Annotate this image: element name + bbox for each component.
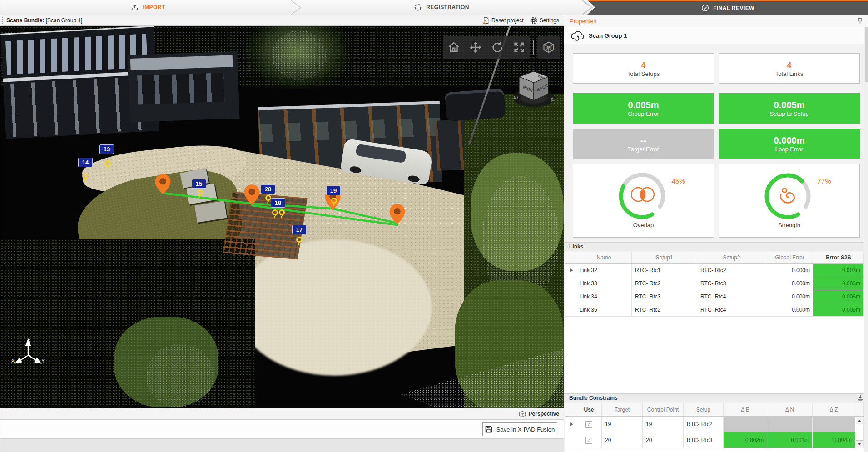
3d-view-icon[interactable]: 3D bbox=[542, 41, 555, 54]
target-flag[interactable]: 13 bbox=[99, 144, 114, 154]
pan-icon[interactable] bbox=[469, 41, 482, 54]
links-col-error-s2s[interactable]: Error S2S bbox=[813, 252, 864, 263]
target-ring-icon bbox=[296, 237, 302, 243]
target-flag[interactable]: 17 bbox=[292, 225, 307, 234]
bundle-col-dn[interactable]: Δ N bbox=[767, 403, 813, 416]
bundle-col-dz[interactable]: Δ Z bbox=[813, 403, 855, 416]
save-button[interactable]: Save in X-PAD Fusion bbox=[482, 422, 557, 436]
bundle-col-use[interactable]: Use bbox=[576, 403, 602, 416]
table-row[interactable]: Link 32 RTC- Rtc1 RTC- Rtc2 0.000m 0.003… bbox=[565, 264, 864, 277]
strength-icon bbox=[777, 184, 799, 206]
use-cell: ✓ bbox=[576, 432, 602, 448]
target-flag[interactable]: 18 bbox=[271, 198, 285, 208]
pin-panel-icon[interactable] bbox=[857, 18, 863, 25]
link-error-s2s: 0.003m bbox=[813, 264, 864, 277]
axis-x-label: X bbox=[11, 358, 15, 363]
navigation-cube[interactable]: E N TOP RIGHT BACK bbox=[511, 68, 558, 115]
group-error-value: 0.005m bbox=[628, 100, 659, 110]
view-3d-group: 3D bbox=[537, 36, 560, 59]
table-row[interactable]: ✓ 20 20 RTC- Rtc3 0.002m 0.001m 0.004m bbox=[565, 432, 864, 448]
tab-final-review-label: FINAL REVIEW bbox=[713, 5, 754, 11]
table-row[interactable]: ✓ 19 19 RTC- Rtc2 bbox=[565, 417, 864, 432]
target-flag[interactable]: 20 bbox=[261, 184, 275, 194]
bundle-col-target[interactable]: Target bbox=[602, 403, 643, 416]
view-tools-group bbox=[443, 36, 530, 59]
target-cell: 19 bbox=[602, 417, 643, 432]
bundle-col-de[interactable]: Δ E bbox=[724, 403, 767, 416]
tab-import-label: IMPORT bbox=[143, 4, 165, 10]
target-flag[interactable]: 19 bbox=[326, 186, 341, 195]
tab-registration[interactable]: REGISTRATION bbox=[296, 0, 587, 15]
point-cloud-viewport[interactable]: 13 14 15 20 18 19 17 bbox=[0, 26, 564, 408]
viewer-toolbar: 3D bbox=[443, 36, 560, 59]
setup-pin-icon[interactable] bbox=[244, 184, 260, 205]
settings-button[interactable]: Settings bbox=[530, 17, 559, 24]
rotate-icon[interactable] bbox=[491, 41, 504, 54]
app-window: IMPORT REGISTRATION FINAL REVIEW Scans B… bbox=[0, 0, 868, 452]
bundle-col-control-point[interactable]: Control Point bbox=[643, 403, 684, 416]
target-flag-label: 18 bbox=[275, 199, 281, 206]
save-floppy-icon bbox=[485, 426, 492, 433]
reset-project-button[interactable]: Reset project bbox=[482, 17, 524, 24]
tab-import[interactable]: IMPORT bbox=[0, 0, 296, 15]
step-separator-icon bbox=[290, 0, 302, 15]
link-error-s2s: 0.006m bbox=[813, 290, 864, 303]
links-col-global-error[interactable]: Global Error bbox=[766, 252, 813, 263]
total-links-label: Total Links bbox=[775, 70, 803, 77]
scroll-up-button[interactable] bbox=[856, 417, 863, 424]
link-lines bbox=[0, 26, 564, 408]
panel-grip[interactable] bbox=[2, 17, 4, 24]
tab-final-review[interactable]: FINAL REVIEW bbox=[587, 0, 868, 15]
zoom-fit-icon[interactable] bbox=[513, 41, 526, 54]
loop-error-label: Loop Error bbox=[775, 146, 803, 153]
link-setup1: RTC- Rtc1 bbox=[632, 264, 697, 277]
home-view-icon[interactable] bbox=[447, 41, 460, 54]
scroll-down-button[interactable] bbox=[856, 440, 863, 447]
target-flag-label: 13 bbox=[104, 146, 110, 153]
viewer-title: Scans Bundle: [Scan Group 1] bbox=[6, 17, 82, 24]
target-flag[interactable]: 15 bbox=[192, 179, 206, 189]
links-col-setup1[interactable]: Setup1 bbox=[632, 252, 697, 263]
perspective-cube-icon bbox=[519, 411, 526, 417]
control-point-cell: 20 bbox=[643, 432, 684, 448]
links-grid-header: Name Setup1 Setup2 Global Error Error S2… bbox=[565, 252, 864, 264]
bundle-col-setup[interactable]: Setup bbox=[684, 403, 724, 416]
tab-registration-label: REGISTRATION bbox=[426, 4, 469, 10]
scan-group-cloud-icon bbox=[570, 30, 584, 41]
links-col-setup2[interactable]: Setup2 bbox=[697, 252, 766, 263]
row-arrow-icon bbox=[570, 268, 573, 272]
export-constrains-icon[interactable] bbox=[857, 395, 863, 401]
use-checkbox[interactable]: ✓ bbox=[585, 421, 592, 428]
links-grid: Name Setup1 Setup2 Global Error Error S2… bbox=[565, 252, 864, 393]
setup-cell: RTC- Rtc3 bbox=[684, 432, 724, 448]
total-setups-card: 4 Total Setups bbox=[573, 53, 714, 84]
panel-scrollbar[interactable] bbox=[864, 27, 868, 452]
properties-panel: Properties Scan Group 1 4 Total Setups 4… bbox=[564, 15, 868, 452]
use-checkbox[interactable]: ✓ bbox=[585, 437, 592, 444]
links-gutter bbox=[565, 252, 576, 263]
axes-indicator: Z X Y bbox=[10, 337, 46, 367]
control-point-cell: 19 bbox=[643, 417, 684, 432]
scan-group-name: Scan Group 1 bbox=[589, 32, 627, 39]
settings-label: Settings bbox=[540, 17, 559, 24]
delta-z-cell: 0.004m bbox=[813, 432, 855, 448]
strength-gauge-card: 77% Strength bbox=[719, 164, 860, 238]
perspective-label[interactable]: Perspective bbox=[529, 411, 559, 417]
target-flag-label: 20 bbox=[265, 186, 271, 193]
table-row[interactable]: Link 34 RTC- Rtc3 RTC- Rtc4 0.000m 0.006… bbox=[565, 290, 864, 303]
link-error-s2s: 0.006m bbox=[813, 277, 864, 290]
target-flag-label: 17 bbox=[296, 226, 303, 233]
panel-scrollbar-thumb[interactable] bbox=[865, 27, 868, 82]
link-error-s2s: 0.005m bbox=[813, 303, 864, 316]
target-error-value: -- bbox=[640, 135, 646, 146]
target-flag[interactable]: 14 bbox=[78, 158, 93, 167]
table-row[interactable]: Link 33 RTC- Rtc2 RTC- Rtc3 0.000m 0.006… bbox=[565, 277, 864, 290]
setup-pin-icon[interactable] bbox=[389, 204, 405, 225]
table-row[interactable]: Link 35 RTC- Rtc2 RTC- Rtc4 0.000m 0.005… bbox=[565, 303, 864, 317]
links-col-name[interactable]: Name bbox=[576, 252, 632, 263]
setup-cell: RTC- Rtc2 bbox=[684, 417, 724, 432]
setup-to-setup-card: 0.005m Setup to Setup bbox=[719, 93, 860, 124]
setup-pin-icon[interactable] bbox=[155, 174, 171, 195]
scan-group-header[interactable]: Scan Group 1 bbox=[564, 27, 868, 44]
target-ring-icon bbox=[105, 160, 111, 166]
